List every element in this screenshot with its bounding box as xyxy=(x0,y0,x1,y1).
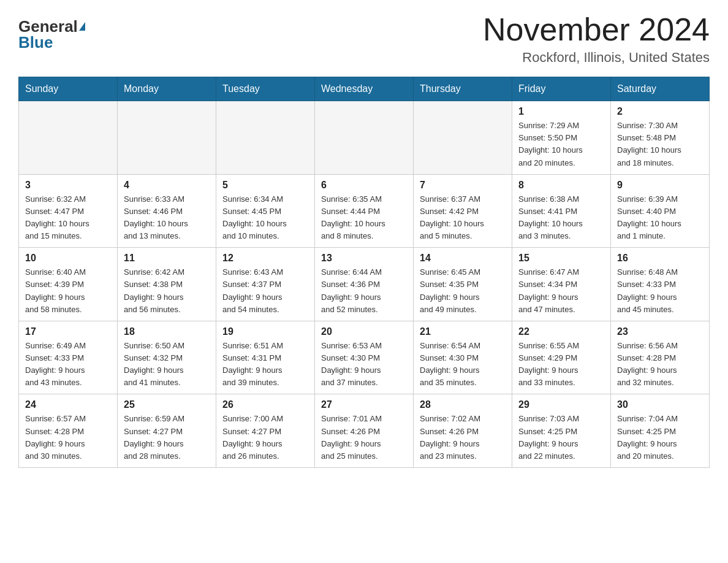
day-info: Sunrise: 6:32 AMSunset: 4:47 PMDaylight:… xyxy=(25,193,111,243)
calendar-day xyxy=(414,101,512,175)
day-info: Sunrise: 6:53 AMSunset: 4:30 PMDaylight:… xyxy=(321,340,407,389)
day-info: Sunrise: 6:39 AMSunset: 4:40 PMDaylight:… xyxy=(617,193,703,243)
calendar-week-4: 17Sunrise: 6:49 AMSunset: 4:33 PMDayligh… xyxy=(19,321,710,394)
day-info: Sunrise: 6:57 AMSunset: 4:28 PMDaylight:… xyxy=(25,413,111,462)
calendar-day: 13Sunrise: 6:44 AMSunset: 4:36 PMDayligh… xyxy=(315,248,414,321)
column-header-thursday: Thursday xyxy=(414,77,512,101)
day-number: 12 xyxy=(222,253,308,264)
calendar-day: 15Sunrise: 6:47 AMSunset: 4:34 PMDayligh… xyxy=(512,248,611,321)
calendar-day xyxy=(315,101,414,175)
day-info: Sunrise: 7:04 AMSunset: 4:25 PMDaylight:… xyxy=(617,413,703,462)
calendar-header-row: SundayMondayTuesdayWednesdayThursdayFrid… xyxy=(19,77,710,101)
column-header-wednesday: Wednesday xyxy=(315,77,414,101)
calendar-day: 20Sunrise: 6:53 AMSunset: 4:30 PMDayligh… xyxy=(315,321,414,394)
calendar-day xyxy=(19,101,118,175)
calendar-day: 18Sunrise: 6:50 AMSunset: 4:32 PMDayligh… xyxy=(118,321,216,394)
day-info: Sunrise: 6:48 AMSunset: 4:33 PMDaylight:… xyxy=(617,266,703,316)
calendar-day: 25Sunrise: 6:59 AMSunset: 4:27 PMDayligh… xyxy=(118,394,216,468)
calendar-day: 14Sunrise: 6:45 AMSunset: 4:35 PMDayligh… xyxy=(414,248,512,321)
day-number: 10 xyxy=(25,253,111,264)
day-info: Sunrise: 6:45 AMSunset: 4:35 PMDaylight:… xyxy=(420,266,506,316)
column-header-friday: Friday xyxy=(512,77,611,101)
calendar-day: 24Sunrise: 6:57 AMSunset: 4:28 PMDayligh… xyxy=(19,394,118,468)
calendar-week-5: 24Sunrise: 6:57 AMSunset: 4:28 PMDayligh… xyxy=(19,394,710,468)
day-number: 18 xyxy=(124,326,210,337)
calendar-week-3: 10Sunrise: 6:40 AMSunset: 4:39 PMDayligh… xyxy=(19,248,710,321)
day-number: 25 xyxy=(124,399,210,410)
day-info: Sunrise: 7:03 AMSunset: 4:25 PMDaylight:… xyxy=(518,413,604,462)
day-info: Sunrise: 7:29 AMSunset: 5:50 PMDaylight:… xyxy=(518,120,604,169)
page-header: General Blue November 2024 Rockford, Ill… xyxy=(18,12,710,66)
day-number: 13 xyxy=(321,253,407,264)
day-number: 15 xyxy=(518,253,604,264)
calendar-day: 9Sunrise: 6:39 AMSunset: 4:40 PMDaylight… xyxy=(611,174,710,248)
day-number: 8 xyxy=(518,180,604,191)
calendar-day: 30Sunrise: 7:04 AMSunset: 4:25 PMDayligh… xyxy=(611,394,710,468)
calendar-day: 6Sunrise: 6:35 AMSunset: 4:44 PMDaylight… xyxy=(315,174,414,248)
calendar-day: 3Sunrise: 6:32 AMSunset: 4:47 PMDaylight… xyxy=(19,174,118,248)
calendar-day: 26Sunrise: 7:00 AMSunset: 4:27 PMDayligh… xyxy=(216,394,315,468)
day-info: Sunrise: 6:34 AMSunset: 4:45 PMDaylight:… xyxy=(222,193,308,243)
calendar-table: SundayMondayTuesdayWednesdayThursdayFrid… xyxy=(18,77,710,468)
day-info: Sunrise: 6:59 AMSunset: 4:27 PMDaylight:… xyxy=(124,413,210,462)
column-header-tuesday: Tuesday xyxy=(216,77,315,101)
logo-triangle-icon xyxy=(79,22,85,31)
day-info: Sunrise: 6:47 AMSunset: 4:34 PMDaylight:… xyxy=(518,266,604,316)
day-info: Sunrise: 6:55 AMSunset: 4:29 PMDaylight:… xyxy=(518,340,604,389)
day-info: Sunrise: 7:02 AMSunset: 4:26 PMDaylight:… xyxy=(420,413,506,462)
day-number: 16 xyxy=(617,253,703,264)
logo-blue-text: Blue xyxy=(18,34,53,50)
calendar-day: 7Sunrise: 6:37 AMSunset: 4:42 PMDaylight… xyxy=(414,174,512,248)
calendar-day: 4Sunrise: 6:33 AMSunset: 4:46 PMDaylight… xyxy=(118,174,216,248)
day-number: 19 xyxy=(222,326,308,337)
calendar-day: 22Sunrise: 6:55 AMSunset: 4:29 PMDayligh… xyxy=(512,321,611,394)
calendar-day: 2Sunrise: 7:30 AMSunset: 5:48 PMDaylight… xyxy=(611,101,710,175)
day-number: 9 xyxy=(617,180,703,191)
day-info: Sunrise: 6:50 AMSunset: 4:32 PMDaylight:… xyxy=(124,340,210,389)
day-number: 5 xyxy=(222,180,308,191)
calendar-day: 27Sunrise: 7:01 AMSunset: 4:26 PMDayligh… xyxy=(315,394,414,468)
day-info: Sunrise: 6:51 AMSunset: 4:31 PMDaylight:… xyxy=(222,340,308,389)
day-info: Sunrise: 6:37 AMSunset: 4:42 PMDaylight:… xyxy=(420,193,506,243)
day-info: Sunrise: 6:42 AMSunset: 4:38 PMDaylight:… xyxy=(124,266,210,316)
day-number: 20 xyxy=(321,326,407,337)
calendar-day: 10Sunrise: 6:40 AMSunset: 4:39 PMDayligh… xyxy=(19,248,118,321)
column-header-saturday: Saturday xyxy=(611,77,710,101)
day-info: Sunrise: 6:40 AMSunset: 4:39 PMDaylight:… xyxy=(25,266,111,316)
day-number: 14 xyxy=(420,253,506,264)
calendar-day: 23Sunrise: 6:56 AMSunset: 4:28 PMDayligh… xyxy=(611,321,710,394)
logo-general-text: General xyxy=(18,18,78,34)
day-info: Sunrise: 6:49 AMSunset: 4:33 PMDaylight:… xyxy=(25,340,111,389)
day-info: Sunrise: 6:44 AMSunset: 4:36 PMDaylight:… xyxy=(321,266,407,316)
day-number: 22 xyxy=(518,326,604,337)
calendar-week-1: 1Sunrise: 7:29 AMSunset: 5:50 PMDaylight… xyxy=(19,101,710,175)
day-info: Sunrise: 7:01 AMSunset: 4:26 PMDaylight:… xyxy=(321,413,407,462)
calendar-day: 1Sunrise: 7:29 AMSunset: 5:50 PMDaylight… xyxy=(512,101,611,175)
calendar-day: 17Sunrise: 6:49 AMSunset: 4:33 PMDayligh… xyxy=(19,321,118,394)
column-header-monday: Monday xyxy=(118,77,216,101)
day-number: 29 xyxy=(518,399,604,410)
column-header-sunday: Sunday xyxy=(19,77,118,101)
calendar-day: 5Sunrise: 6:34 AMSunset: 4:45 PMDaylight… xyxy=(216,174,315,248)
calendar-day: 16Sunrise: 6:48 AMSunset: 4:33 PMDayligh… xyxy=(611,248,710,321)
day-number: 3 xyxy=(25,180,111,191)
day-info: Sunrise: 6:38 AMSunset: 4:41 PMDaylight:… xyxy=(518,193,604,243)
day-info: Sunrise: 6:43 AMSunset: 4:37 PMDaylight:… xyxy=(222,266,308,316)
calendar-day: 28Sunrise: 7:02 AMSunset: 4:26 PMDayligh… xyxy=(414,394,512,468)
day-number: 6 xyxy=(321,180,407,191)
day-number: 24 xyxy=(25,399,111,410)
day-number: 2 xyxy=(617,106,703,117)
day-info: Sunrise: 6:35 AMSunset: 4:44 PMDaylight:… xyxy=(321,193,407,243)
day-number: 1 xyxy=(518,106,604,117)
day-number: 27 xyxy=(321,399,407,410)
day-info: Sunrise: 7:00 AMSunset: 4:27 PMDaylight:… xyxy=(222,413,308,462)
day-number: 4 xyxy=(124,180,210,191)
title-block: November 2024 Rockford, Illinois, United… xyxy=(483,12,710,66)
calendar-day: 29Sunrise: 7:03 AMSunset: 4:25 PMDayligh… xyxy=(512,394,611,468)
day-number: 26 xyxy=(222,399,308,410)
calendar-week-2: 3Sunrise: 6:32 AMSunset: 4:47 PMDaylight… xyxy=(19,174,710,248)
calendar-day xyxy=(216,101,315,175)
day-number: 21 xyxy=(420,326,506,337)
day-info: Sunrise: 6:33 AMSunset: 4:46 PMDaylight:… xyxy=(124,193,210,243)
calendar-day: 21Sunrise: 6:54 AMSunset: 4:30 PMDayligh… xyxy=(414,321,512,394)
